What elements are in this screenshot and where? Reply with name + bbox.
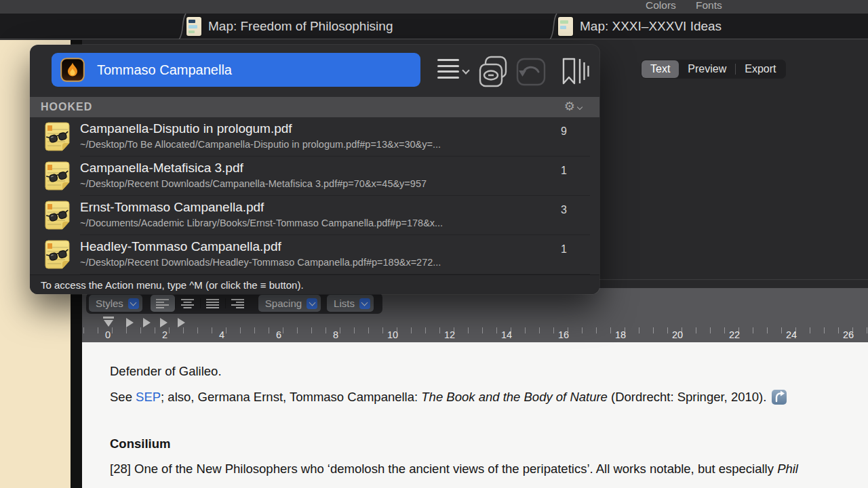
action-menu-button[interactable] (437, 59, 459, 82)
list-item[interactable]: Campanella-Disputio in prologum.pdf ~/De… (30, 117, 599, 157)
format-ruler-band: Styles (82, 288, 868, 342)
pane-divider (599, 279, 868, 280)
menu-strip: Colors Fonts (0, 0, 868, 14)
tab-stop-marker[interactable] (126, 318, 134, 327)
item-path: ~/Desktop/Recent Downloads/Campanella-Me… (80, 178, 427, 189)
tab-stop-marker[interactable] (160, 318, 167, 327)
chevron-down-icon (359, 298, 370, 309)
list-item[interactable]: Ernst-Tommaso Campanella.pdf ~/Documents… (30, 196, 599, 235)
segment-text[interactable]: Text (642, 60, 679, 78)
map-document-icon (558, 17, 573, 36)
item-count-badge: 9 (561, 125, 567, 138)
section-title: HOOKED (41, 101, 92, 113)
map-document-icon (186, 17, 201, 36)
ruler-number: 24 (778, 329, 805, 340)
alignment-group (151, 295, 250, 312)
hook-popup: Tommaso Campanella HOOKED ⚙ (30, 45, 599, 294)
pdf-reader-icon (42, 121, 73, 152)
align-right-button[interactable] (226, 295, 250, 312)
hooked-list: Campanella-Disputio in prologum.pdf ~/De… (30, 117, 599, 274)
search-value: Tommaso Campanella (97, 62, 232, 78)
tab-label: Map: XXXI–XXXVI Ideas (580, 19, 722, 34)
search-input[interactable]: Tommaso Campanella (52, 53, 420, 87)
pdf-reader-icon (42, 239, 73, 270)
tab-label: Map: Freedom of Philosophising (208, 19, 393, 34)
undo-button[interactable] (515, 56, 547, 87)
pdf-reader-icon (42, 161, 73, 192)
item-title: Headley-Tommaso Campanella.pdf (80, 239, 281, 254)
styles-dropdown[interactable]: Styles (89, 295, 142, 312)
ruler-number: 12 (436, 329, 463, 340)
item-path: ~/Desktop/To Be Allocated/Campanella-Dis… (80, 139, 441, 150)
document-text-area[interactable]: Defender of Galileo. See SEP; also, Germ… (82, 342, 868, 488)
tab-map-ideas[interactable]: Map: XXXI–XXXVI Ideas (558, 14, 722, 39)
tab-separator (178, 14, 187, 39)
item-count-badge: 3 (561, 204, 567, 216)
item-path: ~/Documents/Academic Library/Books/Ernst… (80, 218, 443, 228)
screen: Colors Fonts Map: Freedom of Philosophis… (0, 0, 868, 488)
tab-bar: Map: Freedom of Philosophising Map: XXXI… (0, 14, 868, 39)
hook-flame-icon (60, 58, 85, 82)
gear-icon[interactable]: ⚙ (564, 99, 575, 114)
align-right-icon (231, 298, 244, 308)
align-center-button[interactable] (176, 295, 200, 312)
ruler-number: 6 (265, 329, 292, 340)
ruler-number: 22 (721, 329, 748, 340)
item-title: Ernst-Tommaso Campanella.pdf (80, 200, 264, 215)
chevron-down-icon (128, 298, 139, 309)
ruler-number: 10 (379, 329, 406, 340)
ruler-number: 14 (493, 329, 520, 340)
ruler-number: 20 (664, 329, 691, 340)
align-left-icon (156, 298, 169, 308)
ruler-number: 2 (151, 329, 178, 340)
doc-paragraph: [28] One of the New Philosophers who ‘de… (110, 462, 798, 476)
align-justify-button[interactable] (201, 295, 225, 312)
hook-jump-icon[interactable] (772, 390, 787, 405)
ruler-number: 8 (322, 329, 349, 340)
item-title: Campanella-Disputio in prologum.pdf (80, 121, 292, 136)
ruler-number: 4 (208, 329, 235, 340)
tab-stop-marker[interactable] (143, 318, 151, 327)
hooked-section-header: HOOKED ⚙ (30, 97, 599, 117)
pdf-reader-icon (42, 200, 73, 231)
menu-fonts[interactable]: Fonts (696, 0, 722, 12)
list-item[interactable]: Campanella-Metafisica 3.pdf ~/Desktop/Re… (30, 157, 599, 196)
align-justify-icon (206, 298, 219, 308)
footer-hint: To access the Action menu, type ^M (or c… (41, 279, 304, 291)
ruler-number: 16 (550, 329, 577, 340)
ruler-number: 26 (835, 329, 862, 340)
ruler-number: 0 (94, 329, 121, 340)
spacing-dropdown[interactable]: Spacing (258, 295, 321, 312)
item-count-badge: 1 (561, 165, 567, 177)
segment-export[interactable]: Export (736, 60, 785, 78)
chevron-down-icon (462, 66, 469, 74)
ruler-number: 18 (607, 329, 634, 340)
item-title: Campanella-Metafisica 3.pdf (80, 161, 243, 176)
tab-stop-marker[interactable] (178, 318, 185, 327)
list-item[interactable]: Headley-Tommaso Campanella.pdf ~/Desktop… (30, 235, 599, 274)
chevron-down-icon (577, 104, 583, 110)
view-mode-segmented-control: Text Preview Export (641, 60, 786, 79)
lists-dropdown[interactable]: Lists (327, 295, 374, 312)
doc-line-1: Defender of Galileo. (110, 364, 222, 379)
align-center-icon (181, 298, 194, 308)
indent-marker[interactable] (102, 317, 115, 327)
segment-preview[interactable]: Preview (679, 60, 735, 78)
copy-link-button[interactable] (476, 54, 511, 89)
popup-footer: To access the Action menu, type ^M (or c… (30, 274, 599, 294)
format-toolbar: Styles (86, 293, 382, 314)
sep-link[interactable]: SEP (136, 390, 161, 404)
tab-separator (549, 14, 558, 39)
menu-colors[interactable]: Colors (646, 0, 676, 12)
align-left-button[interactable] (151, 295, 175, 312)
chevron-down-icon (307, 298, 317, 309)
tab-map-freedom[interactable]: Map: Freedom of Philosophising (186, 14, 393, 39)
bookmarks-button[interactable] (559, 56, 591, 88)
doc-line-2: See SEP; also, Germana Ernst, Tommaso Ca… (110, 390, 787, 405)
item-path: ~/Desktop/Recent Downloads/Headley-Tomma… (80, 257, 441, 268)
item-count-badge: 1 (561, 243, 567, 256)
doc-heading: Consilium (110, 436, 170, 451)
